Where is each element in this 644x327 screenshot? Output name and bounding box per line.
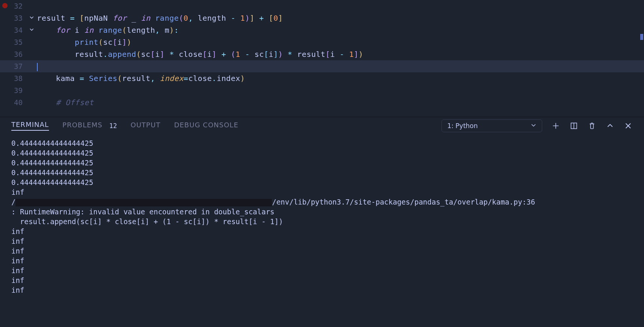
close-icon[interactable]: [624, 121, 633, 130]
terminal-line: 0.44444444444444425: [11, 158, 633, 168]
line-number: 38: [0, 72, 26, 84]
terminal-line: inf: [11, 187, 633, 197]
code-content: print(sc[i]): [37, 36, 132, 48]
terminal-line: 0.44444444444444425: [11, 177, 633, 187]
cursor: [37, 63, 38, 71]
path-suffix: /env/lib/python3.7/site-packages/pandas_…: [272, 198, 535, 206]
line-number: 34: [0, 24, 26, 36]
code-line[interactable]: 39: [0, 84, 644, 96]
terminal-line: 0.44444444444444425: [11, 148, 633, 158]
code-line[interactable]: 40 # Offset: [0, 96, 644, 108]
code-content: for i in range(length, m):: [37, 24, 179, 36]
terminal-line: : RuntimeWarning: invalid value encounte…: [11, 207, 633, 217]
panel-tabs: TERMINAL PROBLEMS 12 OUTPUT DEBUG CONSOL…: [0, 117, 644, 134]
line-number: 40: [0, 96, 26, 108]
terminal-line: result.append(sc[i] * close[i] + (1 - sc…: [11, 217, 633, 226]
tab-terminal[interactable]: TERMINAL: [11, 121, 49, 131]
terminal-line: inf: [11, 236, 633, 246]
line-number: 36: [0, 48, 26, 60]
chevron-up-icon[interactable]: [606, 121, 615, 130]
tab-problems[interactable]: PROBLEMS: [63, 121, 103, 130]
fold-chevron-icon[interactable]: [26, 12, 37, 24]
line-number: 37: [0, 60, 26, 72]
code-content: [37, 60, 38, 72]
scroll-indicator: [640, 34, 643, 40]
code-line[interactable]: 34 for i in range(length, m):: [0, 24, 644, 36]
terminal-selector-label: 1: Python: [447, 122, 478, 130]
code-content: result.append(sc[i] * close[i] + (1 - sc…: [37, 48, 363, 60]
code-line[interactable]: 33result = [npNaN for _ in range(0, leng…: [0, 12, 644, 24]
editor-pane[interactable]: 3233result = [npNaN for _ in range(0, le…: [0, 0, 644, 117]
code-content: result = [npNaN for _ in range(0, length…: [37, 12, 283, 24]
terminal-line: inf: [11, 226, 633, 236]
line-number: 33: [0, 12, 26, 24]
line-number: 39: [0, 84, 26, 96]
code-line[interactable]: 38 kama = Series(result, index=close.ind…: [0, 72, 644, 84]
terminal-output[interactable]: 0.444444444444444250.444444444444444250.…: [0, 134, 644, 299]
terminal-line: inf: [11, 275, 633, 285]
breakpoint-indicator[interactable]: [2, 3, 8, 8]
code-line[interactable]: 35 print(sc[i]): [0, 36, 644, 48]
code-line[interactable]: 37: [0, 60, 644, 72]
code-content: kama = Series(result, index=close.index): [37, 72, 245, 84]
bottom-panel: TERMINAL PROBLEMS 12 OUTPUT DEBUG CONSOL…: [0, 117, 644, 327]
chevron-down-icon: [531, 122, 537, 130]
redacted-path: [15, 199, 272, 206]
panel-actions: 1: Python: [442, 119, 633, 132]
problems-badge: 12: [109, 122, 117, 130]
trash-icon[interactable]: [587, 121, 596, 130]
terminal-line: inf: [11, 266, 633, 275]
terminal-line: 0.44444444444444425: [11, 138, 633, 148]
tab-output[interactable]: OUTPUT: [130, 121, 160, 130]
terminal-line: inf: [11, 285, 633, 295]
line-number: 35: [0, 36, 26, 48]
terminal-line: inf: [11, 256, 633, 266]
terminal-line: 0.44444444444444425: [11, 168, 633, 177]
code-content: # Offset: [37, 96, 94, 108]
tab-debug-console[interactable]: DEBUG CONSOLE: [174, 121, 239, 130]
code-line[interactable]: 36 result.append(sc[i] * close[i] + (1 -…: [0, 48, 644, 60]
terminal-selector[interactable]: 1: Python: [442, 119, 542, 132]
terminal-line: inf: [11, 246, 633, 256]
split-terminal-icon[interactable]: [569, 121, 578, 130]
terminal-line: //env/lib/python3.7/site-packages/pandas…: [11, 197, 633, 207]
new-terminal-icon[interactable]: [551, 121, 560, 130]
code-line[interactable]: 32: [0, 0, 644, 12]
fold-chevron-icon[interactable]: [26, 24, 37, 36]
